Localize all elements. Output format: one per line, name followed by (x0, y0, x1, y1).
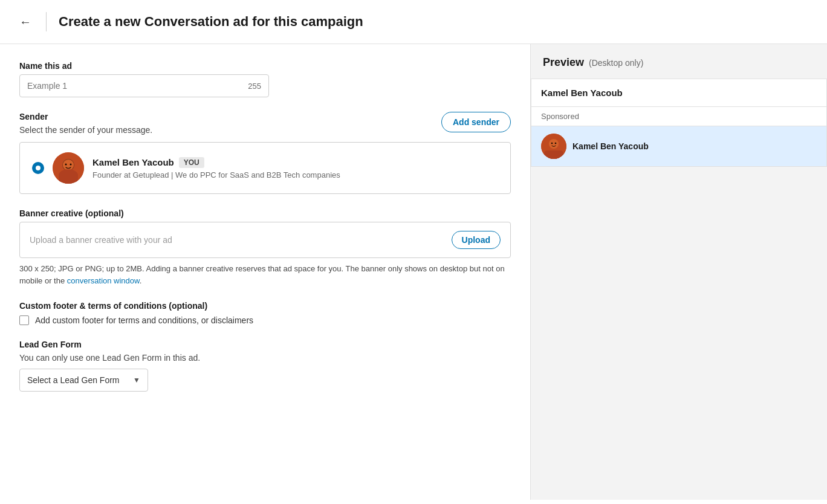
char-count: 255 (241, 82, 268, 91)
radio-inner (36, 166, 41, 170)
you-badge: YOU (179, 157, 204, 168)
preview-card: Kamel Ben Yacoub Sponsored Kamel Ben Yac… (531, 79, 827, 167)
sender-radio[interactable] (32, 162, 44, 174)
back-button[interactable]: ← (15, 13, 36, 31)
svg-point-10 (555, 143, 557, 144)
svg-point-8 (549, 139, 559, 149)
upload-button[interactable]: Upload (452, 231, 501, 249)
sender-title: Founder at Getuplead | We do PPC for Saa… (92, 170, 340, 179)
preview-sender-row: Kamel Ben Yacoub (531, 126, 826, 166)
custom-footer-checkbox[interactable] (19, 315, 29, 325)
sender-name: Kamel Ben Yacoub (92, 157, 174, 167)
svg-point-4 (70, 164, 72, 166)
page-title: Create a new Conversation ad for this ca… (59, 14, 363, 30)
lead-gen-section: Lead Gen Form You can only use one Lead … (19, 340, 511, 392)
add-sender-button[interactable]: Add sender (441, 112, 511, 132)
svg-point-2 (63, 160, 74, 170)
svg-point-3 (65, 164, 67, 166)
sender-card: Kamel Ben Yacoub YOU Founder at Getuplea… (19, 142, 511, 194)
sponsored-label: Sponsored (531, 107, 826, 126)
preview-panel: Preview (Desktop only) Kamel Ben Yacoub … (531, 44, 827, 500)
main-layout: Name this ad 255 Sender Select the sende… (0, 44, 827, 500)
sender-desc: Select the sender of your message. (19, 125, 152, 135)
svg-rect-11 (544, 150, 563, 159)
upload-hint: 300 x 250; JPG or PNG; up to 2MB. Adding… (19, 263, 511, 286)
sender-name-row: Kamel Ben Yacoub YOU (92, 157, 340, 168)
custom-footer-label: Custom footer & terms of conditions (opt… (19, 301, 511, 311)
checkbox-row: Add custom footer for terms and conditio… (19, 315, 511, 325)
upload-placeholder: Upload a banner creative with your ad (30, 235, 172, 245)
lead-gen-desc: You can only use one Lead Gen Form in th… (19, 353, 511, 363)
custom-footer-checkbox-label: Add custom footer for terms and conditio… (35, 315, 253, 325)
svg-rect-6 (59, 173, 78, 184)
preview-avatar (541, 134, 566, 159)
preview-sender-name: Kamel Ben Yacoub (572, 141, 649, 151)
banner-label: Banner creative (optional) (19, 208, 511, 218)
name-input[interactable] (20, 75, 241, 97)
preview-header: Preview (Desktop only) (531, 56, 827, 79)
svg-point-9 (551, 143, 553, 144)
preview-card-header: Kamel Ben Yacoub (531, 79, 826, 107)
banner-section: Banner creative (optional) Upload a bann… (19, 208, 511, 286)
upload-area: Upload a banner creative with your ad Up… (19, 222, 511, 258)
lead-gen-select[interactable]: Select a Lead Gen Form (20, 369, 148, 391)
lead-gen-label: Lead Gen Form (19, 340, 511, 349)
name-input-wrapper: 255 (19, 74, 269, 97)
preview-subtitle: (Desktop only) (589, 58, 643, 68)
sender-section: Sender Select the sender of your message… (19, 112, 511, 194)
sender-info: Kamel Ben Yacoub YOU Founder at Getuplea… (92, 157, 340, 179)
sender-header: Sender Select the sender of your message… (19, 112, 511, 135)
header-divider (46, 12, 47, 31)
custom-footer-section: Custom footer & terms of conditions (opt… (19, 301, 511, 325)
sender-label-group: Sender Select the sender of your message… (19, 112, 152, 135)
sender-avatar (53, 152, 84, 184)
page-header: ← Create a new Conversation ad for this … (0, 0, 827, 44)
name-section: Name this ad 255 (19, 61, 511, 97)
sender-label: Sender (19, 112, 152, 121)
lead-gen-select-wrapper: Select a Lead Gen Form ▼ (19, 369, 148, 392)
form-panel: Name this ad 255 Sender Select the sende… (0, 44, 531, 500)
name-label: Name this ad (19, 61, 511, 71)
preview-title: Preview (543, 56, 584, 69)
conversation-window-link[interactable]: conversation window (67, 276, 140, 285)
